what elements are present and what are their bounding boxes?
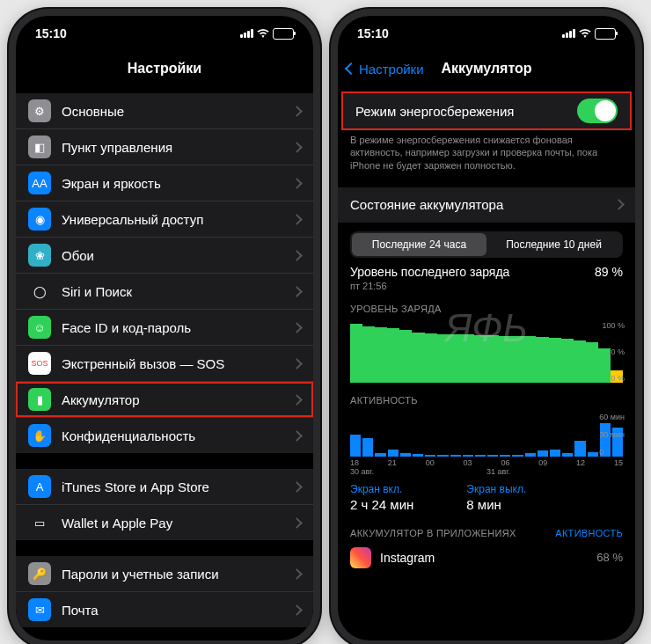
settings-list[interactable]: ⚙Основные◧Пункт управленияAAЭкран и ярко…: [16, 86, 313, 640]
status-time: 15:10: [35, 26, 67, 40]
chevron-right-icon: [291, 250, 303, 261]
app-usage-row[interactable]: Instagram 68 %: [338, 542, 635, 574]
chevron-right-icon: [291, 286, 303, 297]
level-y-ticks: 100 %50 %0 %: [602, 321, 625, 383]
settings-row[interactable]: AAЭкран и яркость: [16, 165, 313, 201]
screen-left: 15:10 Настройки ⚙Основные◧Пункт управлен…: [16, 16, 313, 640]
row-icon: ✉: [28, 598, 51, 621]
chevron-left-icon: [345, 62, 357, 75]
apps-header: АККУМУЛЯТОР В ПРИЛОЖЕНИЯХ АКТИВНОСТЬ: [338, 516, 635, 542]
back-label: Настройки: [359, 62, 424, 77]
battery-icon: [273, 28, 294, 40]
screen-on-label: Экран вкл.: [350, 483, 413, 495]
chevron-right-icon: [291, 394, 303, 406]
page-title: Настройки: [128, 61, 201, 77]
chevron-right-icon: [291, 604, 303, 616]
row-label: Аккумулятор: [62, 392, 140, 407]
chevron-right-icon: [291, 322, 303, 333]
row-label: iTunes Store и App Store: [62, 479, 209, 494]
chevron-right-icon: [291, 106, 303, 117]
row-icon: ❀: [28, 244, 51, 267]
nav-bar: Настройки: [16, 51, 313, 86]
status-icons: [240, 28, 294, 40]
low-power-mode-row[interactable]: Режим энергосбережения: [343, 93, 630, 128]
chevron-right-icon: [291, 358, 303, 370]
row-icon: ◧: [28, 135, 51, 158]
row-icon: SOS: [28, 352, 51, 375]
row-label: Siri и Поиск: [62, 284, 132, 299]
signal-icon: [562, 29, 575, 38]
row-label: Почта: [62, 603, 99, 618]
row-icon: ☺: [28, 316, 51, 339]
status-time: 15:10: [357, 26, 389, 40]
notch: [421, 16, 552, 35]
apps-toggle-button[interactable]: АКТИВНОСТЬ: [555, 528, 623, 538]
battery-level-chart: 100 %50 %0 %: [350, 321, 623, 383]
row-icon: ✋: [28, 424, 51, 447]
nav-bar: Настройки Аккумулятор: [338, 51, 635, 86]
chevron-right-icon: [291, 214, 303, 225]
chart-x-axis: 1821000306091215: [338, 457, 635, 467]
low-power-mode-label: Режим энергосбережения: [355, 104, 514, 119]
row-icon: ▮: [28, 388, 51, 411]
battery-health-row[interactable]: Состояние аккумулятора: [338, 187, 635, 223]
low-power-toggle[interactable]: [577, 99, 618, 123]
row-label: Face ID и код-пароль: [62, 320, 191, 335]
settings-row[interactable]: ☺Face ID и код-пароль: [16, 310, 313, 346]
settings-row[interactable]: ✉Почта: [16, 592, 313, 627]
app-name: Instagram: [380, 551, 435, 565]
settings-row[interactable]: ✋Конфиденциальность: [16, 418, 313, 453]
settings-row[interactable]: ▭Wallet и Apple Pay: [16, 505, 313, 540]
level-header: УРОВЕНЬ ЗАРЯДА: [338, 291, 635, 318]
activity-header: АКТИВНОСТЬ: [338, 383, 635, 409]
settings-row[interactable]: SOSЭкстренный вызов — SOS: [16, 346, 313, 382]
row-icon: ◯: [28, 280, 51, 303]
wifi-icon: [579, 29, 591, 38]
settings-row[interactable]: ▮Аккумулятор: [16, 382, 313, 418]
settings-row[interactable]: AiTunes Store и App Store: [16, 469, 313, 505]
segment-10d[interactable]: Последние 10 дней: [486, 233, 621, 256]
last-charge-label: Уровень последнего заряда: [350, 265, 509, 279]
row-icon: ⚙: [28, 99, 51, 122]
time-range-segment[interactable]: Последние 24 часа Последние 10 дней: [350, 231, 623, 258]
row-label: Конфиденциальность: [62, 428, 195, 443]
settings-row[interactable]: ◯Siri и Поиск: [16, 274, 313, 310]
activity-chart: 60 мин30 мин0: [350, 413, 623, 457]
chart-x-axis-dates: 30 авг.31 авг.: [338, 467, 635, 476]
row-label: Обои: [62, 248, 94, 263]
last-charge-row: Уровень последнего заряда 89 %: [338, 258, 635, 281]
battery-health-label: Состояние аккумулятора: [350, 197, 503, 212]
settings-row[interactable]: ⚙Основные: [16, 93, 313, 129]
back-button[interactable]: Настройки: [347, 62, 424, 77]
screen-off-label: Экран выкл.: [466, 483, 526, 495]
app-pct: 68 %: [596, 551, 623, 564]
wifi-icon: [257, 29, 269, 38]
row-label: Основные: [62, 104, 124, 119]
instagram-icon: [350, 547, 371, 568]
settings-row[interactable]: 🔑Пароли и учетные записи: [16, 556, 313, 592]
chevron-right-icon: [613, 200, 625, 211]
battery-content[interactable]: Режим энергосбережения В режиме энергосб…: [338, 86, 635, 640]
screen-right: 15:10 Настройки Аккумулятор Режим энерго…: [338, 16, 635, 640]
chevron-right-icon: [291, 430, 303, 442]
row-label: Универсальный доступ: [62, 212, 203, 227]
segment-24h[interactable]: Последние 24 часа: [352, 233, 486, 256]
row-label: Пароли и учетные записи: [62, 567, 219, 582]
settings-row[interactable]: ◉Универсальный доступ: [16, 201, 313, 238]
settings-row[interactable]: ◧Пункт управления: [16, 129, 313, 165]
screen-off-value: 8 мин: [466, 497, 526, 512]
row-label: Wallet и Apple Pay: [62, 516, 172, 531]
chevron-right-icon: [291, 142, 303, 153]
chevron-right-icon: [291, 178, 303, 189]
screen-time-summary: Экран вкл. 2 ч 24 мин Экран выкл. 8 мин: [338, 476, 635, 516]
battery-icon: [595, 28, 616, 40]
phone-left: 15:10 Настройки ⚙Основные◧Пункт управлен…: [9, 9, 320, 644]
phone-right: ЯФЬ 15:10 Настройки Аккумулятор Режим эн…: [331, 9, 642, 644]
settings-row[interactable]: ❀Обои: [16, 238, 313, 274]
page-title: Аккумулятор: [441, 61, 531, 77]
row-icon: ▭: [28, 511, 51, 534]
notch: [99, 16, 230, 35]
row-icon: 🔑: [28, 562, 51, 585]
row-label: Пункт управления: [62, 140, 172, 155]
status-icons: [562, 28, 616, 40]
